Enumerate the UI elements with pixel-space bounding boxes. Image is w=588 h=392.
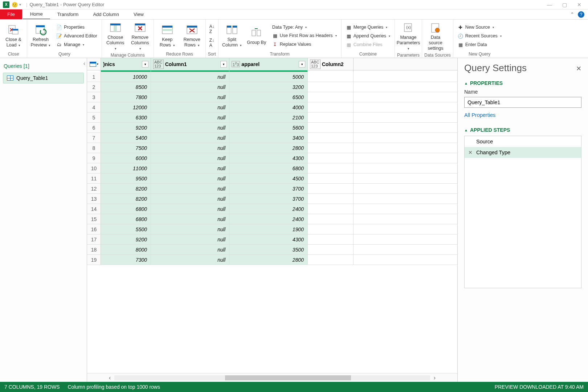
scroll-right-icon[interactable]: › <box>434 375 436 381</box>
table-row[interactable]: 37800null6500 <box>87 92 457 102</box>
cell[interactable] <box>308 234 354 244</box>
cell[interactable]: 6800 <box>229 163 308 173</box>
table-row[interactable]: 69200null5600 <box>87 123 457 133</box>
step-changed-type[interactable]: ✕Changed Type <box>465 147 581 158</box>
table-row[interactable]: 87500null2800 <box>87 143 457 153</box>
table-row[interactable]: 197300null2800 <box>87 255 457 265</box>
column-header-nics[interactable]: )nics ▾ <box>101 58 151 70</box>
split-column-button[interactable]: Split Column ▾ <box>221 23 243 49</box>
enter-data-button[interactable]: ▦Enter Data <box>456 41 504 48</box>
cell[interactable]: 5600 <box>229 123 308 132</box>
table-row[interactable]: 110000null5000 <box>87 72 457 82</box>
cell[interactable] <box>308 214 354 224</box>
cell[interactable]: 7500 <box>101 143 151 153</box>
advanced-editor-button[interactable]: 📝Advanced Editor <box>54 32 99 40</box>
table-row[interactable]: 128200null3700 <box>87 184 457 194</box>
append-queries-button[interactable]: ▦Append Queries▾ <box>344 32 392 40</box>
table-row[interactable]: 138200null3700 <box>87 194 457 204</box>
table-row[interactable]: 156800null2400 <box>87 214 457 224</box>
tab-home[interactable]: Home <box>23 9 50 19</box>
cell[interactable]: null <box>151 72 229 82</box>
cell[interactable]: 7800 <box>101 92 151 102</box>
choose-columns-button[interactable]: Choose Columns ▾ <box>104 21 127 52</box>
cell[interactable]: 6800 <box>101 214 151 224</box>
step-source[interactable]: Source <box>465 136 581 147</box>
cell[interactable]: 9200 <box>101 123 151 132</box>
cell[interactable] <box>308 173 354 183</box>
cell[interactable]: 2100 <box>229 113 308 122</box>
cell[interactable]: 11000 <box>101 163 151 173</box>
group-by-button[interactable]: Group By <box>245 26 268 46</box>
replace-values-button[interactable]: ↧Replace Values <box>270 41 339 48</box>
cell[interactable]: 8500 <box>101 82 151 92</box>
cell[interactable]: 9200 <box>101 234 151 244</box>
close-load-button[interactable]: Close & Load ▾ <box>2 23 25 49</box>
cell[interactable]: 2400 <box>229 204 308 214</box>
cell[interactable]: null <box>151 133 229 143</box>
cell[interactable]: 2400 <box>229 214 308 224</box>
cell[interactable]: 3700 <box>229 184 308 193</box>
delete-step-icon[interactable]: ✕ <box>468 150 473 155</box>
table-row[interactable]: 165500null1900 <box>87 224 457 234</box>
help-icon[interactable]: ? <box>578 11 584 18</box>
merge-queries-button[interactable]: ▦Merge Queries▾ <box>344 24 392 31</box>
qat-dropdown-icon[interactable]: ▾ <box>19 3 21 7</box>
table-row[interactable]: 28500null3200 <box>87 82 457 92</box>
all-properties-link[interactable]: All Properties <box>464 112 495 118</box>
scrollbar-thumb[interactable] <box>225 375 351 380</box>
cell[interactable]: null <box>151 173 229 183</box>
cell[interactable] <box>308 102 354 112</box>
cell[interactable]: 6800 <box>101 204 151 214</box>
filter-dropdown-icon[interactable]: ▾ <box>220 61 227 68</box>
grid-body[interactable]: 110000null500028500null320037800null6500… <box>87 72 457 373</box>
column-header-column1[interactable]: ABC123 Column1 ▾ <box>151 58 229 70</box>
cell[interactable]: null <box>151 255 229 265</box>
cell[interactable]: 4300 <box>229 234 308 244</box>
tab-transform[interactable]: Transform <box>50 9 86 19</box>
cell[interactable]: null <box>151 245 229 254</box>
cell[interactable]: 4000 <box>229 102 308 112</box>
cell[interactable]: 8200 <box>101 194 151 204</box>
column-header-column2[interactable]: ABC123 Column2 <box>308 58 354 70</box>
cell[interactable]: null <box>151 184 229 193</box>
cell[interactable]: null <box>151 123 229 132</box>
cell[interactable]: null <box>151 102 229 112</box>
cell[interactable]: 6500 <box>229 92 308 102</box>
cell[interactable]: 6000 <box>101 153 151 163</box>
tab-view[interactable]: View <box>126 9 151 19</box>
keep-rows-button[interactable]: Keep Rows ▾ <box>156 23 179 49</box>
close-settings-icon[interactable]: ✕ <box>576 65 581 73</box>
new-source-button[interactable]: ✚New Source▾ <box>456 24 504 31</box>
table-row[interactable]: 1011000null6800 <box>87 163 457 173</box>
sort-asc-button[interactable]: A↓Z <box>208 23 216 35</box>
tab-file[interactable]: File <box>0 9 22 19</box>
cell[interactable]: 5500 <box>101 224 151 234</box>
cell[interactable]: 5000 <box>229 72 308 82</box>
cell[interactable] <box>308 82 354 92</box>
table-row[interactable]: 179200null4300 <box>87 234 457 245</box>
cell[interactable] <box>308 204 354 214</box>
properties-section-header[interactable]: ▲PROPERTIES <box>464 80 581 86</box>
data-type-button[interactable]: Data Type: Any▾ <box>270 24 339 30</box>
cell[interactable]: 9500 <box>101 173 151 183</box>
horizontal-scrollbar[interactable]: ‹ › <box>87 373 457 382</box>
properties-button[interactable]: 📄Properties <box>54 24 99 31</box>
cell[interactable]: 4300 <box>229 153 308 163</box>
applied-steps-header[interactable]: ▲APPLIED STEPS <box>464 127 581 133</box>
table-row[interactable]: 56300null2100 <box>87 113 457 123</box>
cell[interactable]: null <box>151 113 229 122</box>
query-item[interactable]: Query_Table1 <box>3 73 84 83</box>
first-row-headers-button[interactable]: ▦Use First Row as Headers▾ <box>270 32 339 39</box>
cell[interactable] <box>308 92 354 102</box>
cell[interactable] <box>308 113 354 122</box>
cell[interactable]: 8000 <box>101 245 151 254</box>
cell[interactable]: 10000 <box>101 72 151 82</box>
cell[interactable]: 7300 <box>101 255 151 265</box>
table-row[interactable]: 412000null4000 <box>87 102 457 113</box>
cell[interactable] <box>308 224 354 234</box>
smiley-icon[interactable]: 🙂 <box>12 2 18 8</box>
data-source-settings-button[interactable]: Data source settings <box>424 21 447 52</box>
filter-dropdown-icon[interactable]: ▾ <box>142 61 148 68</box>
cell[interactable] <box>308 123 354 132</box>
sort-desc-button[interactable]: Z↓A <box>208 37 216 49</box>
